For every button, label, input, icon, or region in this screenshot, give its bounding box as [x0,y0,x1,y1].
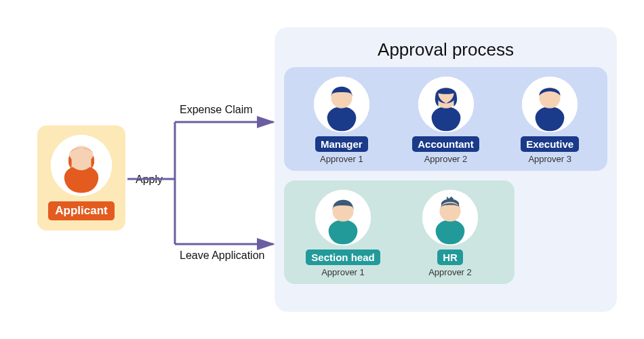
approver-manager: Manager Approver 1 [292,77,391,164]
svg-point-1 [69,146,94,170]
flow-label-expense: Expense Claim [180,104,253,116]
approval-process-panel: Approval process Manager Approver 1 [275,27,617,312]
hr-avatar [422,190,478,245]
accountant-role-badge: Accountant [412,136,479,152]
leave-approver-group: Section head Approver 1 HR Approver 2 [284,180,515,284]
approver-section-head: Section head Approver 1 [292,190,394,277]
flow-label-leave: Leave Application [180,250,264,262]
manager-avatar [314,77,369,132]
accountant-avatar [418,77,474,132]
section-head-sub: Approver 1 [321,267,365,277]
section-head-role-badge: Section head [306,250,380,265]
approver-executive: Executive Approver 3 [500,77,599,164]
approver-hr: HR Approver 2 [399,190,501,277]
expense-approver-group: Manager Approver 1 Accountant Approver 2 [284,67,607,171]
applicant-role-badge: Applicant [48,201,114,220]
accountant-sub: Approver 2 [424,154,468,164]
approver-accountant: Accountant Approver 2 [397,77,496,164]
manager-sub: Approver 1 [320,154,363,164]
applicant-card: Applicant [37,125,125,231]
executive-role-badge: Executive [521,136,579,152]
process-title: Approval process [284,39,607,60]
flow-label-apply: Apply [136,174,163,186]
hr-sub: Approver 2 [428,267,472,277]
section-head-avatar [315,190,371,245]
hr-role-badge: HR [437,250,463,265]
executive-sub: Approver 3 [528,154,571,164]
applicant-avatar [51,135,112,196]
executive-avatar [522,77,578,132]
manager-role-badge: Manager [315,136,368,152]
